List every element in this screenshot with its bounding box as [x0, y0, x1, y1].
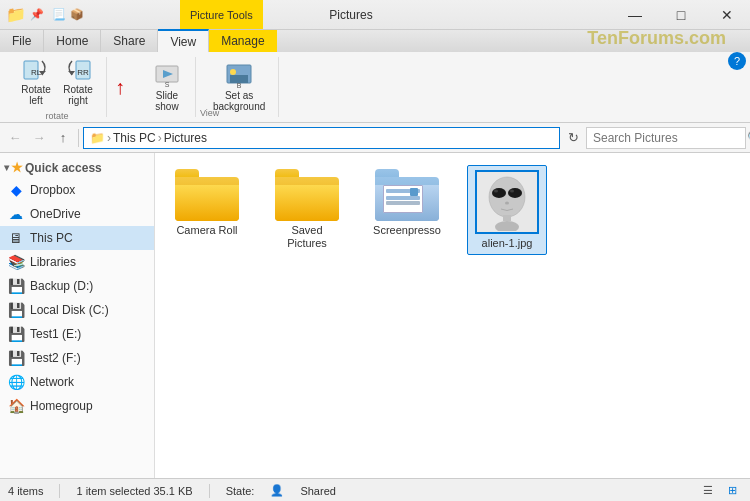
libraries-icon: 📚 [8, 254, 24, 270]
saved-pictures-label: Saved Pictures [271, 224, 343, 250]
tab-file[interactable]: File [0, 30, 44, 52]
test1-icon: 💾 [8, 326, 24, 342]
list-item[interactable]: Saved Pictures [267, 165, 347, 254]
rotate-left-label: Rotateleft [21, 84, 50, 106]
rotate-left-icon: RL [21, 56, 51, 84]
sidebar-item-localdisk[interactable]: 💾 Local Disk (C:) [0, 298, 154, 322]
path-part-computer: 📁 [90, 131, 105, 145]
folder-camera-roll-icon [175, 169, 239, 221]
svg-point-14 [492, 188, 506, 198]
state-label: State: [226, 485, 255, 497]
rotate-left-button[interactable]: RL Rotateleft [16, 53, 56, 109]
tab-manage[interactable]: Manage [209, 30, 276, 52]
onedrive-label: OneDrive [30, 207, 81, 221]
list-item[interactable]: alien-1.jpg [467, 165, 547, 255]
sidebar-item-homegroup[interactable]: 🏠 Homegroup [0, 394, 154, 418]
path-part-thispc[interactable]: This PC [113, 131, 156, 145]
set-background-button[interactable]: B Set asbackground [208, 59, 270, 115]
list-item[interactable]: Camera Roll [167, 165, 247, 241]
large-icons-view-button[interactable]: ⊞ [722, 481, 742, 501]
toolbar-icon2: 📦 [70, 8, 84, 21]
path-part-pictures[interactable]: Pictures [164, 131, 207, 145]
toolbar-icon: 📃 [52, 8, 66, 21]
test2-label: Test2 (F:) [30, 351, 81, 365]
sidebar-item-thispc[interactable]: 🖥 This PC [0, 226, 154, 250]
up-button[interactable]: ↑ [52, 127, 74, 149]
rotate-group-label: rotate [45, 111, 68, 121]
svg-point-18 [505, 202, 509, 205]
status-separator-1 [59, 484, 60, 498]
quick-access-star-icon: ★ [11, 160, 23, 175]
localdisk-icon: 💾 [8, 302, 24, 318]
chevron-icon: ▾ [4, 162, 9, 173]
network-label: Network [30, 375, 74, 389]
list-item[interactable]: Screenpresso [367, 165, 447, 241]
folder-screenpresso-icon [375, 169, 439, 221]
window-controls: — □ ✕ [612, 0, 750, 29]
view-toggle: ☰ ⊞ [698, 481, 742, 501]
sidebar-item-test2[interactable]: 💾 Test2 (F:) [0, 346, 154, 370]
window-title: Pictures [90, 8, 612, 22]
slideshow-button[interactable]: S Slideshow [147, 59, 187, 115]
homegroup-icon: 🏠 [8, 398, 24, 414]
minimize-button[interactable]: — [612, 0, 658, 30]
sidebar-item-libraries[interactable]: 📚 Libraries [0, 250, 154, 274]
refresh-button[interactable]: ↻ [562, 127, 584, 149]
search-box: 🔍 [586, 127, 746, 149]
quick-access-label: Quick access [25, 161, 102, 175]
items-count: 4 items [8, 485, 43, 497]
test2-icon: 💾 [8, 350, 24, 366]
rotate-right-label: Rotateright [63, 84, 92, 106]
homegroup-label: Homegroup [30, 399, 93, 413]
rotate-buttons: RL Rotateleft RR [16, 53, 98, 109]
details-view-button[interactable]: ☰ [698, 481, 718, 501]
ribbon-group-rotate: RL Rotateleft RR [8, 57, 107, 117]
sidebar-quick-access-header[interactable]: ▾ ★ Quick access [0, 157, 154, 178]
maximize-button[interactable]: □ [658, 0, 704, 30]
address-divider [78, 129, 79, 147]
view-group-label: View [200, 108, 219, 118]
back-button[interactable]: ← [4, 127, 26, 149]
alien-jpg-label: alien-1.jpg [471, 237, 543, 250]
sidebar-item-test1[interactable]: 💾 Test1 (E:) [0, 322, 154, 346]
tab-home[interactable]: Home [44, 30, 101, 52]
svg-point-15 [508, 188, 522, 198]
ribbon-tabs: File Home Share View Manage ? [0, 30, 750, 52]
sidebar-item-backup[interactable]: 💾 Backup (D:) [0, 274, 154, 298]
slideshow-icon: S [152, 62, 182, 90]
address-path[interactable]: 📁 › This PC › Pictures [83, 127, 560, 149]
address-bar: ← → ↑ 📁 › This PC › Pictures ↻ 🔍 [0, 123, 750, 153]
forward-button[interactable]: → [28, 127, 50, 149]
sidebar-item-network[interactable]: 🌐 Network [0, 370, 154, 394]
state-icon: 👤 [270, 484, 284, 497]
rotate-right-button[interactable]: RR Rotateright [58, 53, 98, 109]
quick-access-icon: 📌 [30, 8, 44, 21]
network-icon: 🌐 [8, 374, 24, 390]
state-value: Shared [300, 485, 335, 497]
libraries-label: Libraries [30, 255, 76, 269]
main-layout: ▾ ★ Quick access ◆ Dropbox ☁ OneDrive 🖥 … [0, 153, 750, 478]
title-bar: 📁 📌 📃 📦 Picture Tools Pictures TenForums… [0, 0, 750, 30]
help-button[interactable]: ? [728, 52, 746, 70]
ribbon-group-slideshow: S Slideshow [139, 57, 196, 117]
tab-share[interactable]: Share [101, 30, 158, 52]
svg-point-17 [510, 190, 514, 193]
thispc-label: This PC [30, 231, 73, 245]
alien-svg [481, 173, 533, 231]
slideshow-label: Slideshow [155, 90, 178, 112]
red-arrow-icon: ↑ [115, 76, 125, 99]
svg-point-11 [230, 69, 236, 75]
status-separator-2 [209, 484, 210, 498]
folder-saved-pictures-icon [275, 169, 339, 221]
dropbox-icon: ◆ [8, 182, 24, 198]
close-button[interactable]: ✕ [704, 0, 750, 30]
sidebar-item-dropbox[interactable]: ◆ Dropbox [0, 178, 154, 202]
search-input[interactable] [593, 131, 743, 145]
tab-view[interactable]: View [158, 29, 209, 52]
sidebar-item-onedrive[interactable]: ☁ OneDrive [0, 202, 154, 226]
selected-info: 1 item selected 35.1 KB [76, 485, 192, 497]
screenpresso-label: Screenpresso [371, 224, 443, 237]
sidebar: ▾ ★ Quick access ◆ Dropbox ☁ OneDrive 🖥 … [0, 153, 155, 478]
svg-text:RR: RR [77, 68, 89, 77]
backup-label: Backup (D:) [30, 279, 93, 293]
